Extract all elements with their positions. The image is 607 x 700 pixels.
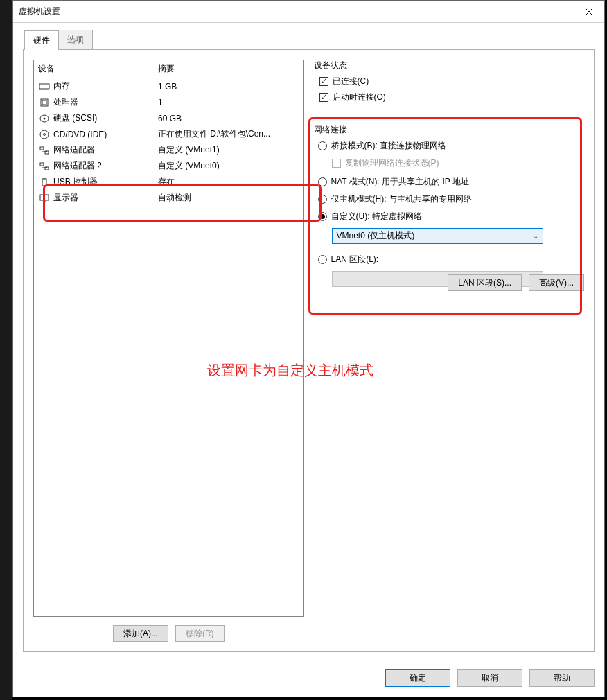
dialog-body: 硬件 选项 设备 摘要 内存 1 GB 处理器 1 bbox=[13, 23, 604, 662]
checkbox-connect-poweron[interactable] bbox=[319, 93, 328, 102]
checkbox-replicate bbox=[332, 159, 341, 168]
nat-label: NAT 模式(N): 用于共享主机的 IP 地址 bbox=[331, 176, 469, 188]
device-summary: 自定义 (VMnet0) bbox=[158, 160, 301, 172]
device-row-memory[interactable]: 内存 1 GB bbox=[34, 78, 304, 94]
dialog-buttons: 确定 取消 帮助 bbox=[13, 662, 604, 697]
device-row-disk[interactable]: 硬盘 (SCSI) 60 GB bbox=[34, 110, 304, 126]
device-summary: 1 bbox=[158, 98, 301, 107]
network-group: 网络连接 桥接模式(B): 直接连接物理网络 复制物理网络连接状态(P) NAT… bbox=[314, 120, 585, 297]
device-summary: 自动检测 bbox=[158, 192, 301, 204]
device-row-usb[interactable]: USB 控制器 存在 bbox=[34, 174, 304, 190]
remove-button: 移除(R) bbox=[175, 625, 225, 642]
advanced-button[interactable]: 高级(V)... bbox=[529, 274, 584, 291]
chevron-down-icon: ⌄ bbox=[533, 232, 538, 240]
display-icon bbox=[38, 193, 51, 204]
custom-vmnet-dropdown[interactable]: VMnet0 (仅主机模式) ⌄ bbox=[332, 228, 543, 244]
radio-custom[interactable] bbox=[318, 212, 327, 221]
usb-icon bbox=[38, 177, 51, 188]
lanseg-label: LAN 区段(L): bbox=[331, 254, 379, 265]
svg-rect-2 bbox=[42, 100, 46, 105]
left-column: 设备 摘要 内存 1 GB 处理器 1 硬盘 (SCSI) 60 GB bbox=[33, 60, 304, 642]
radio-hostonly[interactable] bbox=[318, 195, 327, 204]
network-icon bbox=[38, 145, 51, 156]
svg-point-5 bbox=[40, 130, 49, 139]
radio-nat[interactable] bbox=[318, 177, 327, 186]
device-summary: 正在使用文件 D:\软件包\Cen... bbox=[158, 128, 301, 140]
radio-bridged-row[interactable]: 桥接模式(B): 直接连接物理网络 bbox=[318, 140, 585, 152]
network-extra-buttons: LAN 区段(S)... 高级(V)... bbox=[448, 274, 584, 291]
device-row-display[interactable]: 显示器 自动检测 bbox=[34, 190, 304, 206]
radio-custom-row[interactable]: 自定义(U): 特定虚拟网络 bbox=[318, 211, 585, 222]
svg-rect-12 bbox=[40, 195, 49, 200]
device-summary: 1 GB bbox=[158, 82, 301, 91]
device-summary: 存在 bbox=[158, 176, 301, 188]
cpu-icon bbox=[38, 97, 51, 108]
device-name: 网络适配器 bbox=[53, 144, 95, 156]
replicate-label: 复制物理网络连接状态(P) bbox=[345, 157, 439, 169]
custom-label: 自定义(U): 特定虚拟网络 bbox=[331, 211, 422, 222]
connect-poweron-label: 启动时连接(O) bbox=[333, 91, 386, 103]
disk-icon bbox=[38, 113, 51, 124]
col-summary: 摘要 bbox=[158, 63, 301, 75]
lan-segments-button[interactable]: LAN 区段(S)... bbox=[448, 274, 522, 291]
device-state-title: 设备状态 bbox=[314, 60, 585, 71]
svg-rect-0 bbox=[39, 84, 49, 89]
window-title: 虚拟机设置 bbox=[19, 6, 60, 17]
connected-label: 已连接(C) bbox=[333, 76, 369, 87]
bridged-label: 桥接模式(B): 直接连接物理网络 bbox=[331, 140, 447, 152]
memory-icon bbox=[38, 81, 51, 92]
device-row-cddvd[interactable]: CD/DVD (IDE) 正在使用文件 D:\软件包\Cen... bbox=[34, 126, 304, 142]
device-name: 网络适配器 2 bbox=[53, 160, 102, 172]
device-summary: 60 GB bbox=[158, 114, 301, 123]
device-summary: 自定义 (VMnet1) bbox=[158, 144, 301, 156]
svg-point-6 bbox=[44, 133, 46, 135]
svg-rect-9 bbox=[40, 163, 44, 166]
device-name: 硬盘 (SCSI) bbox=[53, 112, 97, 124]
device-name: 内存 bbox=[53, 80, 70, 92]
tab-panel: 设备 摘要 内存 1 GB 处理器 1 硬盘 (SCSI) 60 GB bbox=[23, 49, 595, 652]
close-button[interactable] bbox=[573, 1, 604, 22]
right-column: 设备状态 已连接(C) 启动时连接(O) 网络连接 桥接模式(B): 直接连接物… bbox=[314, 60, 585, 642]
title-bar: 虚拟机设置 bbox=[13, 1, 604, 23]
checkbox-connected[interactable] bbox=[319, 77, 328, 86]
device-name: USB 控制器 bbox=[53, 176, 98, 188]
col-device: 设备 bbox=[37, 63, 158, 75]
device-name: 处理器 bbox=[53, 96, 78, 108]
add-remove-buttons: 添加(A)... 移除(R) bbox=[33, 625, 304, 642]
radio-nat-row[interactable]: NAT 模式(N): 用于共享主机的 IP 地址 bbox=[318, 176, 585, 188]
radio-hostonly-row[interactable]: 仅主机模式(H): 与主机共享的专用网络 bbox=[318, 193, 585, 205]
cd-icon bbox=[38, 129, 51, 140]
vm-settings-dialog: 虚拟机设置 硬件 选项 设备 摘要 内存 1 GB bbox=[12, 0, 605, 697]
device-name: CD/DVD (IDE) bbox=[53, 130, 107, 139]
network-title: 网络连接 bbox=[314, 124, 585, 136]
device-row-netadapter1[interactable]: 网络适配器 自定义 (VMnet1) bbox=[34, 142, 304, 158]
device-list-header: 设备 摘要 bbox=[34, 60, 304, 78]
cancel-button[interactable]: 取消 bbox=[457, 669, 522, 687]
svg-point-4 bbox=[44, 117, 46, 119]
network-icon bbox=[38, 161, 51, 172]
radio-bridged[interactable] bbox=[318, 141, 327, 150]
ok-button[interactable]: 确定 bbox=[385, 669, 450, 687]
connect-poweron-checkbox-row[interactable]: 启动时连接(O) bbox=[319, 91, 585, 103]
help-button[interactable]: 帮助 bbox=[529, 669, 595, 687]
svg-rect-11 bbox=[42, 179, 46, 186]
device-name: 显示器 bbox=[53, 192, 78, 204]
radio-lanseg[interactable] bbox=[318, 255, 327, 264]
svg-rect-7 bbox=[40, 147, 44, 150]
connected-checkbox-row[interactable]: 已连接(C) bbox=[319, 76, 585, 87]
device-row-cpu[interactable]: 处理器 1 bbox=[34, 94, 304, 110]
device-list: 设备 摘要 内存 1 GB 处理器 1 硬盘 (SCSI) 60 GB bbox=[33, 60, 304, 617]
add-button[interactable]: 添加(A)... bbox=[113, 625, 168, 642]
hostonly-label: 仅主机模式(H): 与主机共享的专用网络 bbox=[331, 193, 472, 205]
device-row-netadapter2[interactable]: 网络适配器 2 自定义 (VMnet0) bbox=[34, 158, 304, 174]
tab-options[interactable]: 选项 bbox=[58, 30, 93, 49]
custom-vmnet-value: VMnet0 (仅主机模式) bbox=[337, 230, 415, 242]
radio-lanseg-row[interactable]: LAN 区段(L): bbox=[318, 254, 585, 265]
tabs: 硬件 选项 bbox=[23, 30, 595, 49]
tab-hardware[interactable]: 硬件 bbox=[24, 30, 59, 50]
close-icon bbox=[586, 8, 592, 15]
replicate-checkbox-row: 复制物理网络连接状态(P) bbox=[332, 157, 585, 169]
